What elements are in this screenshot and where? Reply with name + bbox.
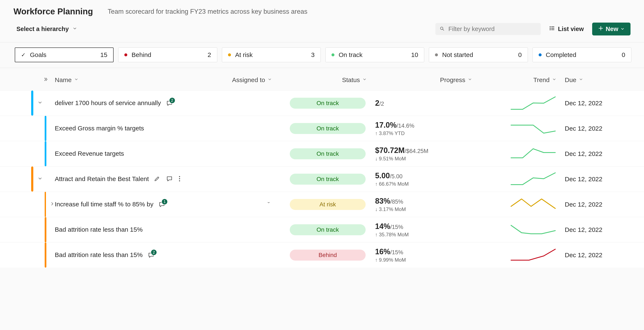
chevron-down-icon [579,77,583,83]
progress-cell: 17.0%/14.6%3.87% YTD [375,121,480,136]
expand-all-icon[interactable] [43,76,48,84]
filter-count: 3 [311,51,314,58]
col-name[interactable]: Name [55,76,186,84]
accent-bar [45,116,46,141]
filter-label: Goals [30,51,46,58]
page-header: Workforce Planning Team scorecard for tr… [0,0,644,21]
search-icon [440,26,445,32]
progress-value: 83% [375,197,390,205]
comment-count: 2 [151,249,157,256]
new-button[interactable]: New [592,23,630,36]
col-due[interactable]: Due [565,76,628,84]
goal-name: Bad attrition rate less than 15% [55,250,143,260]
goal-row[interactable]: Exceed Revenue targetsOn track$70.72M/$6… [0,141,644,166]
filter-tab-at-risk[interactable]: At risk3 [222,48,321,62]
list-view-button[interactable]: List view [545,23,588,35]
status-pill[interactable]: On track [290,123,366,134]
filter-count: 0 [518,51,522,58]
toolbar: Select a hierarchy List view New [0,21,644,42]
due-date: Dec 12, 2022 [565,100,628,107]
accent-bar [31,167,33,192]
progress-value: $70.72M [375,146,404,155]
goal-name: Attract and Retain the Best Talent [55,174,149,184]
accent-bar [45,192,46,217]
goal-row[interactable]: Bad attrition rate less than 15%On track… [0,217,644,242]
filter-tab-goals[interactable]: ✓Goals15 [15,48,114,62]
col-progress[interactable]: Progress [375,76,480,84]
progress-value: 16% [375,247,390,256]
progress-target: /15% [390,224,403,230]
chevron-down-icon [468,77,472,83]
expand-toggle[interactable] [37,100,43,106]
goal-row[interactable]: Increase full time staff % to 85% by1˘At… [0,192,644,217]
edit-icon[interactable] [154,176,160,183]
filter-label: On track [339,51,362,58]
search-box[interactable] [435,23,541,35]
search-input[interactable] [448,26,536,33]
list-icon [549,25,555,33]
status-pill[interactable]: Behind [290,250,366,261]
goal-name: Increase full time staff % to 85% by [55,199,154,209]
assigned-to-cell: ˘ [186,201,280,208]
progress-target: /$64.25M [404,148,428,154]
chevron-down-icon [268,77,272,83]
comment-icon[interactable]: 2 [148,252,154,258]
due-date: Dec 12, 2022 [565,201,628,208]
comment-icon[interactable] [166,175,173,183]
status-dot-icon [124,53,127,56]
progress-delta: 3.17% MoM [375,206,480,212]
progress-delta: 9.99% MoM [375,257,480,263]
status-dot-icon [435,53,438,56]
comment-icon[interactable]: 2 [166,100,173,107]
goal-row[interactable]: Attract and Retain the Best TalentOn tra… [0,166,644,192]
list-view-label: List view [558,26,584,33]
expand-toggle[interactable] [37,176,43,182]
goal-row[interactable]: Exceed Gross margin % targetsOn track17.… [0,116,644,141]
goal-row[interactable]: deliver 1700 hours of service annually2O… [0,90,644,116]
svg-point-10 [179,176,180,177]
filter-tab-not-started[interactable]: Not started0 [429,48,528,62]
col-trend[interactable]: Trend [480,76,565,84]
trend-sparkline [480,222,565,237]
more-icon[interactable] [179,176,180,183]
goal-name: Exceed Revenue targets [55,149,124,159]
col-status[interactable]: Status [280,76,375,84]
progress-value: 14% [375,222,390,231]
trend-sparkline [480,96,565,111]
trend-sparkline [480,197,565,212]
col-assigned-to[interactable]: Assigned to [186,76,280,84]
expand-toggle[interactable] [50,201,55,208]
chevron-down-icon [552,77,556,83]
accent-bar [45,141,46,166]
trend-sparkline [480,121,565,136]
goal-rows: deliver 1700 hours of service annually2O… [0,90,644,268]
comment-icon[interactable]: 1 [158,201,165,208]
filter-tab-completed[interactable]: Completed0 [532,48,631,62]
svg-line-1 [443,29,444,30]
filter-count: 10 [411,51,418,58]
new-label: New [606,26,618,33]
filter-tab-on-track[interactable]: On track10 [325,48,424,62]
progress-target: /14.6% [396,123,414,129]
chevron-down-icon [620,26,624,33]
filter-tabs: ✓Goals15Behind2At risk3On track10Not sta… [0,42,644,68]
progress-target: /5.00 [390,173,402,180]
chevron-down-icon [72,26,77,32]
progress-delta: 66.67% MoM [375,181,480,187]
hierarchy-dropdown[interactable]: Select a hierarchy [16,26,77,33]
filter-label: At risk [235,51,253,58]
goal-row[interactable]: Bad attrition rate less than 15%2Behind1… [0,242,644,268]
progress-delta: 3.87% YTD [375,130,480,136]
status-pill[interactable]: On track [290,174,366,185]
filter-label: Completed [546,51,576,58]
filter-tab-behind[interactable]: Behind2 [118,48,217,62]
plus-icon [598,26,604,33]
chevron-down-icon [362,77,367,83]
svg-point-11 [179,178,180,179]
status-pill[interactable]: On track [290,148,366,159]
filter-count: 15 [100,51,107,58]
trend-sparkline [480,247,565,263]
status-pill[interactable]: On track [290,224,366,235]
status-pill[interactable]: On track [290,98,366,109]
status-pill[interactable]: At risk [290,199,366,210]
